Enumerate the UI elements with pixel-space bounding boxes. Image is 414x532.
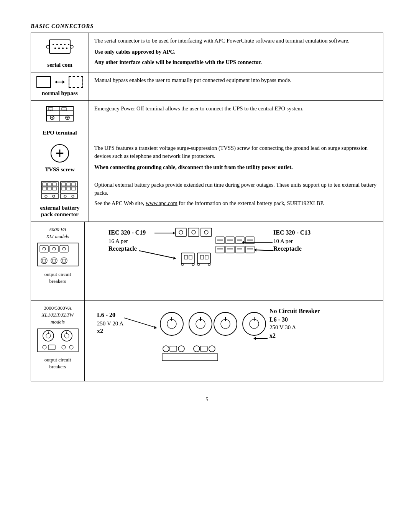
bypass-icon [36, 76, 83, 88]
epo-terminal-icon [44, 105, 75, 126]
svg-rect-150 [170, 346, 177, 351]
svg-point-11 [70, 45, 73, 48]
svg-marker-82 [242, 241, 244, 244]
xlj-diagram-cell: L6 - 20 250 V 20 A x2 No Circuit Breaker… [85, 301, 383, 381]
svg-rect-45 [67, 187, 71, 190]
svg-rect-95 [181, 253, 194, 264]
svg-rect-37 [48, 187, 51, 190]
svg-rect-113 [236, 246, 244, 253]
tvss-text-cell: The UPS features a transient voltage sur… [89, 140, 383, 177]
svg-rect-153 [200, 346, 207, 351]
serial-icon-cell: serial com [31, 33, 89, 72]
l6-diagram: L6 - 20 250 V 20 A x2 No Circuit Breaker… [89, 305, 358, 376]
svg-rect-51 [61, 194, 77, 199]
battery-icon-cell: external battery pack connector [31, 177, 89, 222]
svg-rect-44 [62, 187, 66, 190]
apc-link[interactable]: www.apc.com [146, 200, 177, 206]
table-row: serial com The serial connector is to be… [31, 33, 383, 72]
xli-diagram-cell: IEC 320 - C19 16 A per Receptacle IEC 32… [85, 222, 383, 301]
svg-rect-54 [38, 243, 78, 266]
svg-rect-46 [72, 187, 76, 190]
svg-point-76 [192, 230, 196, 234]
xli-output-label: output circuitbreakers [36, 271, 80, 285]
svg-rect-35 [53, 183, 56, 186]
svg-rect-38 [53, 187, 56, 190]
svg-point-62 [51, 258, 57, 264]
svg-text:Receptacle: Receptacle [108, 245, 137, 252]
bypass-icon-cell: normal bypass [31, 72, 89, 101]
output-table: 5000 VAXLI models output circ [31, 222, 383, 381]
table-row: EPO terminal Emergency Power Off termina… [31, 101, 383, 140]
xlj-output-label: output circuitbreakers [36, 356, 80, 370]
page-number-text: 5 [206, 397, 209, 402]
svg-rect-98 [197, 253, 210, 264]
svg-point-145 [214, 312, 237, 335]
svg-rect-43 [72, 183, 76, 186]
xli-model-label: 5000 VAXLI models [36, 226, 80, 240]
svg-point-128 [62, 345, 66, 349]
svg-marker-13 [62, 80, 65, 84]
svg-point-154 [209, 346, 215, 352]
svg-rect-96 [184, 255, 187, 259]
table-row: external battery pack connector Optional… [31, 177, 383, 222]
svg-rect-100 [205, 255, 208, 259]
svg-point-149 [163, 346, 169, 352]
svg-point-1 [53, 44, 54, 45]
svg-point-2 [56, 44, 58, 45]
bypass-text-cell: Manual bypass enables the user to manual… [89, 72, 383, 101]
svg-rect-57 [50, 245, 58, 252]
svg-point-6 [54, 48, 56, 49]
svg-point-141 [160, 312, 183, 335]
xlj-panel-icon [37, 328, 79, 353]
epo-text-cell: Emergency Power Off terminal allows the … [89, 101, 383, 140]
svg-rect-32 [41, 182, 58, 193]
battery-desc1: Optional external battery packs provide … [94, 181, 378, 197]
svg-point-8 [62, 48, 64, 49]
svg-rect-86 [226, 237, 234, 244]
svg-point-3 [60, 44, 62, 45]
tvss-plus-icon: + [51, 144, 69, 163]
svg-point-5 [68, 44, 69, 45]
serial-desc: The serial connector is to be used for i… [94, 37, 378, 45]
svg-rect-92 [246, 237, 254, 244]
svg-text:L6 - 30: L6 - 30 [269, 316, 288, 323]
svg-rect-26 [48, 108, 53, 110]
svg-text:IEC 320 - C19: IEC 320 - C19 [108, 229, 146, 236]
svg-point-123 [46, 333, 51, 338]
table-row: normal bypass Manual bypass enables the … [31, 72, 383, 101]
svg-point-7 [58, 48, 60, 49]
svg-point-63 [61, 258, 67, 264]
bypass-label: normal bypass [36, 90, 83, 97]
svg-point-10 [46, 45, 49, 48]
svg-rect-116 [246, 246, 254, 253]
svg-point-129 [69, 345, 73, 349]
svg-marker-80 [173, 232, 175, 235]
serial-label: serial com [36, 62, 83, 68]
svg-rect-73 [176, 228, 186, 236]
svg-point-151 [178, 346, 184, 352]
xli-panel-icon [37, 242, 79, 267]
battery-pack-icon [41, 181, 79, 201]
svg-rect-65 [53, 259, 56, 262]
svg-point-74 [179, 230, 183, 234]
svg-rect-48 [41, 194, 58, 199]
tvss-warning: When connecting grounding cable, disconn… [94, 163, 378, 171]
svg-rect-33 [43, 183, 46, 186]
svg-point-78 [204, 230, 208, 234]
svg-text:250 V 20 A: 250 V 20 A [97, 320, 123, 327]
svg-rect-55 [40, 245, 48, 252]
svg-text:250 V 30 A: 250 V 30 A [269, 324, 296, 330]
svg-marker-15 [55, 80, 57, 84]
bottom-table-row-2: 3000/5000VAXLJ/XLT/XLTWmodels output c [31, 301, 383, 381]
tvss-icon-cell: + TVSS screw [31, 140, 89, 177]
svg-rect-66 [62, 259, 66, 262]
svg-point-152 [194, 346, 200, 352]
svg-rect-127 [48, 345, 55, 350]
svg-rect-42 [67, 183, 71, 186]
svg-rect-83 [216, 237, 224, 244]
svg-text:No Circuit Breaker: No Circuit Breaker [269, 308, 320, 314]
svg-point-126 [43, 345, 46, 349]
battery-desc2: See the APC Web site, www.apc.com for th… [94, 199, 378, 207]
svg-text:L6 - 20: L6 - 20 [97, 312, 115, 318]
epo-desc: Emergency Power Off terminal allows the … [94, 105, 378, 113]
